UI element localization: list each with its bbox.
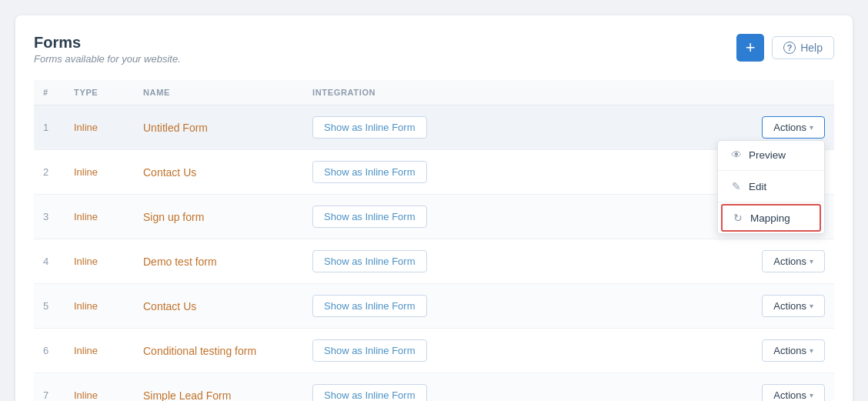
actions-button[interactable]: Actions▾ [762,116,825,139]
dropdown-divider [718,202,824,202]
chevron-down-icon: ▾ [810,302,813,310]
cell-spacer [472,195,742,239]
cell-name: Contact Us [134,284,303,329]
cell-name: Sign up form [134,195,303,239]
help-button[interactable]: ? Help [772,36,834,59]
table-row: 4InlineDemo test formShow as Inline Form… [34,239,834,284]
dropdown-label-mapping: Mapping [750,212,790,224]
actions-button[interactable]: Actions▾ [762,295,825,317]
table-row: 5InlineContact UsShow as Inline FormActi… [34,284,834,329]
actions-button[interactable]: Actions▾ [762,250,825,272]
actions-dropdown-menu: 👁Preview✎Edit↻Mapping [717,140,825,234]
show-inline-form-button[interactable]: Show as Inline Form [312,250,427,272]
page-subtitle: Forms available for your website. [34,53,181,65]
header-actions: + ? Help [736,34,834,62]
show-inline-form-button[interactable]: Show as Inline Form [312,116,427,139]
chevron-down-icon: ▾ [810,346,813,355]
table-row: 7InlineSimple Lead FormShow as Inline Fo… [34,373,834,402]
table-row: 1InlineUntitled FormShow as Inline FormA… [34,105,834,150]
table-header-row: # TYPE NAME INTEGRATION [34,80,834,105]
dropdown-divider [718,170,824,171]
show-inline-form-button[interactable]: Show as Inline Form [312,206,427,228]
cell-spacer [472,284,742,329]
table-row: 3InlineSign up formShow as Inline FormAc… [34,195,834,239]
show-inline-form-button[interactable]: Show as Inline Form [312,295,427,317]
cell-type: Inline [65,150,134,195]
actions-label: Actions [773,122,806,133]
cell-integration: Show as Inline Form [303,329,472,373]
cell-integration: Show as Inline Form [303,195,472,239]
cell-num: 6 [34,329,65,373]
actions-label: Actions [773,345,806,356]
dropdown-label-edit: Edit [749,181,766,192]
cell-type: Inline [65,329,134,373]
cell-type: Inline [65,284,134,329]
cell-num: 5 [34,284,65,329]
actions-button[interactable]: Actions▾ [762,384,825,401]
preview-icon: 👁 [730,149,743,161]
mapping-icon: ↻ [732,212,744,224]
cell-num: 2 [34,150,65,195]
col-header-actions [742,80,834,105]
cell-num: 4 [34,239,65,284]
col-header-name: NAME [134,80,303,105]
cell-actions: Actions▾ [742,373,834,402]
show-inline-form-button[interactable]: Show as Inline Form [312,161,427,183]
page-header: Forms Forms available for your website. … [34,34,834,65]
cell-name: Contact Us [134,150,303,195]
page-container: Forms Forms available for your website. … [15,15,853,401]
actions-dropdown-wrapper: Actions▾👁Preview✎Edit↻Mapping [762,116,825,139]
cell-name: Demo test form [134,239,303,284]
cell-integration: Show as Inline Form [303,373,472,402]
cell-num: 3 [34,195,65,239]
chevron-down-icon: ▾ [810,257,813,266]
col-header-type: TYPE [65,80,134,105]
cell-name: Conditional testing form [134,329,303,373]
add-form-button[interactable]: + [736,34,764,62]
col-header-num: # [34,80,65,105]
cell-actions: Actions▾ [742,284,834,329]
cell-num: 7 [34,373,65,402]
actions-label: Actions [773,389,806,401]
cell-spacer [472,150,742,195]
actions-label: Actions [773,300,806,312]
cell-name: Simple Lead Form [134,373,303,402]
col-header-integration: INTEGRATION [303,80,472,105]
cell-spacer [472,329,742,373]
title-section: Forms Forms available for your website. [34,34,181,65]
dropdown-item-preview[interactable]: 👁Preview [718,141,824,169]
cell-actions: Actions▾ [742,239,834,284]
table-row: 6InlineConditional testing formShow as I… [34,329,834,373]
actions-button[interactable]: Actions▾ [762,339,825,362]
cell-spacer [472,105,742,150]
show-inline-form-button[interactable]: Show as Inline Form [312,339,427,362]
cell-type: Inline [65,239,134,284]
help-icon: ? [783,42,796,54]
cell-integration: Show as Inline Form [303,150,472,195]
edit-icon: ✎ [730,180,743,192]
chevron-down-icon: ▾ [810,123,813,132]
cell-name: Untitled Form [134,105,303,150]
dropdown-item-edit[interactable]: ✎Edit [718,172,824,200]
table-row: 2InlineContact UsShow as Inline FormActi… [34,150,834,195]
cell-integration: Show as Inline Form [303,105,472,150]
dropdown-label-preview: Preview [749,149,786,161]
dropdown-item-mapping[interactable]: ↻Mapping [721,204,821,232]
cell-type: Inline [65,373,134,402]
forms-table: # TYPE NAME INTEGRATION 1InlineUntitled … [34,80,834,401]
show-inline-form-button[interactable]: Show as Inline Form [312,384,427,401]
cell-type: Inline [65,105,134,150]
cell-num: 1 [34,105,65,150]
cell-actions: Actions▾👁Preview✎Edit↻Mapping [742,105,834,150]
col-header-spacer [472,80,742,105]
cell-spacer [472,373,742,402]
page-title: Forms [34,34,181,52]
cell-integration: Show as Inline Form [303,239,472,284]
cell-integration: Show as Inline Form [303,284,472,329]
cell-spacer [472,239,742,284]
actions-label: Actions [773,256,806,267]
chevron-down-icon: ▾ [810,391,813,399]
help-label: Help [800,42,823,54]
cell-type: Inline [65,195,134,239]
cell-actions: Actions▾ [742,329,834,373]
